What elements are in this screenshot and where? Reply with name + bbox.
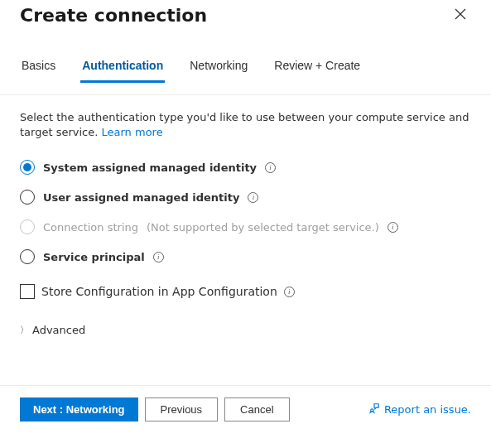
checkbox-icon xyxy=(20,284,35,299)
learn-more-link[interactable]: Learn more xyxy=(102,126,163,138)
auth-type-group: System assigned managed identity i User … xyxy=(20,160,471,264)
advanced-toggle[interactable]: 〉 Advanced xyxy=(20,324,471,336)
previous-button[interactable]: Previous xyxy=(145,397,219,422)
page-title: Create connection xyxy=(20,5,207,26)
info-icon[interactable]: i xyxy=(153,252,164,263)
description: Select the authentication type you'd lik… xyxy=(20,110,471,140)
info-icon[interactable]: i xyxy=(284,287,295,297)
option-connection-string: Connection string (Not supported by sele… xyxy=(20,219,471,234)
option-label: Connection string xyxy=(43,221,138,234)
option-label: System assigned managed identity xyxy=(43,161,257,174)
cancel-button[interactable]: Cancel xyxy=(224,397,289,422)
info-icon[interactable]: i xyxy=(248,192,258,203)
info-icon[interactable]: i xyxy=(388,222,398,233)
option-label: Service principal xyxy=(43,251,145,263)
option-note: (Not supported by selected target servic… xyxy=(147,221,379,234)
tab-basics[interactable]: Basics xyxy=(20,54,57,83)
radio-icon xyxy=(20,160,35,175)
next-button[interactable]: Next : Networking xyxy=(20,397,138,422)
advanced-label: Advanced xyxy=(32,324,85,336)
chevron-right-icon: 〉 xyxy=(20,324,29,336)
tab-bar: Basics Authentication Networking Review … xyxy=(20,54,471,83)
radio-icon xyxy=(20,219,35,234)
store-config-label: Store Configuration in App Configuration xyxy=(41,285,277,298)
close-icon xyxy=(455,10,466,22)
report-issue-label: Report an issue. xyxy=(384,403,471,416)
close-button[interactable] xyxy=(450,3,471,27)
description-text: Select the authentication type you'd lik… xyxy=(20,111,469,138)
store-config-row[interactable]: Store Configuration in App Configuration… xyxy=(20,284,471,299)
tab-review-create[interactable]: Review + Create xyxy=(272,54,362,83)
option-service-principal[interactable]: Service principal i xyxy=(20,249,471,264)
tab-authentication[interactable]: Authentication xyxy=(80,54,165,83)
person-feedback-icon xyxy=(368,402,380,417)
info-icon[interactable]: i xyxy=(265,162,276,173)
radio-icon xyxy=(20,249,35,264)
option-system-assigned[interactable]: System assigned managed identity i xyxy=(20,160,471,175)
tab-networking[interactable]: Networking xyxy=(188,54,249,83)
option-user-assigned[interactable]: User assigned managed identity i xyxy=(20,190,471,205)
divider xyxy=(0,385,491,386)
option-label: User assigned managed identity xyxy=(43,191,239,204)
report-issue-link[interactable]: Report an issue. xyxy=(368,402,471,417)
radio-icon xyxy=(20,190,35,205)
divider xyxy=(0,94,491,95)
